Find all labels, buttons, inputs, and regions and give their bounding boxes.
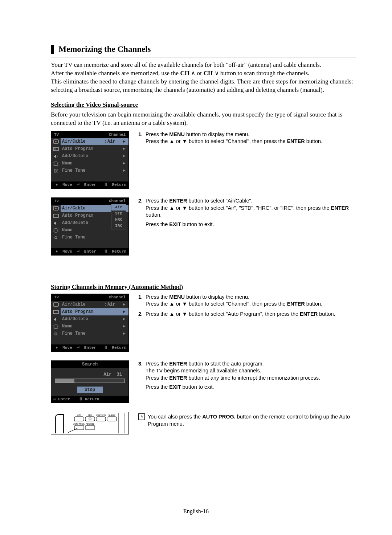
- remote-label-autoprog: AUTO PROG.: [73, 423, 85, 425]
- svg-rect-26: [85, 425, 95, 430]
- picture-icon: [53, 213, 59, 219]
- osd-search-progress: [55, 379, 125, 383]
- osd-aircable-popup: Air STD HRC IRC: [111, 204, 126, 229]
- svg-rect-14: [53, 214, 58, 217]
- section2-step3: 3. Press the ENTER button to start the a…: [138, 360, 356, 391]
- step-number: 3.: [138, 360, 146, 391]
- osd-item-finetune: Fine Tune▶: [61, 330, 128, 337]
- svg-rect-19: [74, 417, 84, 421]
- osd-channel-menu-3: TVChannel Air/Cable:Air▶ Auto Program▶ A…: [51, 294, 129, 352]
- osd-footer-3: ♦ Move⏎ EnterⅢ Return: [51, 344, 128, 351]
- osd-item-autoprogram: Auto Program▶: [61, 145, 128, 152]
- osd-item-name: Name▶: [61, 160, 128, 167]
- osd-search-footer: ⏎ EnterⅢ Return: [51, 396, 128, 403]
- popup-option-hrc: HRC: [111, 217, 126, 223]
- ch-down-icon: ∨: [215, 70, 219, 77]
- intro-line-2a: After the available channels are memoriz…: [51, 70, 180, 77]
- svg-point-15: [55, 237, 57, 239]
- osd-item-name: Name▶: [61, 323, 128, 330]
- svg-rect-21: [96, 417, 106, 421]
- input-icon: [53, 139, 59, 144]
- osd-search-panel: Search Air 31 Stop ⏎ EnterⅢ Return: [51, 360, 129, 403]
- channel-icon: [53, 324, 59, 329]
- osd-channel-menu-2: TVChannel Air/Cable: Auto Program Add/De…: [51, 197, 129, 256]
- osd-item-blank: [61, 174, 128, 181]
- channel-icon: [53, 161, 59, 166]
- intro-line-1: Your TV can memorize and store all of th…: [51, 61, 321, 68]
- osd-tv-label: TV: [54, 132, 59, 138]
- intro-line-4: selecting a broadcast source, memorizing…: [51, 86, 324, 93]
- svg-line-11: [57, 170, 58, 170]
- step-number: 2.: [138, 197, 146, 228]
- osd-channel-menu-1: TVChannel Air/Cable:Air▶ Auto Program▶ A…: [51, 131, 129, 189]
- up-arrow-icon: ▲: [169, 311, 174, 317]
- input-icon: [53, 302, 59, 307]
- setup-icon: [53, 168, 59, 173]
- osd-item-autoprogram: Auto Program▶: [61, 308, 128, 315]
- remote-control-illustration: MTS SRS CAPTION SLEEP AUTO PROG. ADD/DEL: [51, 412, 129, 434]
- osd-search-channel: 31: [117, 372, 122, 377]
- input-icon: [53, 206, 59, 211]
- popup-option-air: Air: [111, 204, 126, 211]
- remote-label-srs: SRS: [88, 414, 92, 416]
- intro-or: or: [195, 70, 204, 77]
- sound-icon: [53, 154, 59, 159]
- up-arrow-icon: ▲: [169, 301, 174, 307]
- ch-up-icon: ∧: [191, 70, 195, 77]
- svg-line-27: [68, 428, 77, 433]
- down-arrow-icon: ▼: [182, 301, 187, 307]
- intro-line-2b: button to scan through the channels.: [219, 70, 310, 77]
- intro-line-3: This eliminates the need to change chann…: [51, 78, 353, 85]
- remote-label-mts: MTS: [77, 414, 82, 416]
- osd-footer-1: ♦ Move⏎ EnterⅢ Return: [51, 181, 128, 188]
- section1-intro: Before your television can begin memoriz…: [51, 111, 356, 127]
- down-arrow-icon: ▼: [182, 311, 187, 317]
- osd-item-adddelete: Add/Delete▶: [61, 315, 128, 323]
- step-number: 1.: [138, 131, 146, 145]
- remote-label-caption: CAPTION: [96, 414, 106, 416]
- intro-ch-1: CH: [180, 70, 189, 77]
- intro-paragraph: Your TV can memorize and store all of th…: [51, 61, 356, 94]
- svg-point-24: [90, 418, 90, 419]
- heading-rule: [51, 57, 356, 57]
- step-number: 2.: [138, 311, 146, 318]
- remote-label-sleep: SLEEP: [108, 414, 115, 416]
- setup-icon: [53, 331, 59, 336]
- section1-step1: 1. Press the MENU button to display the …: [138, 131, 356, 145]
- svg-rect-17: [53, 310, 58, 314]
- note-icon: ✎: [138, 413, 145, 420]
- section-heading: Memorizing the Channels: [51, 44, 356, 55]
- subheading-signal-source: Selecting the Video Signal-source: [51, 101, 356, 109]
- intro-ch-2: CH: [204, 70, 213, 77]
- osd-item-finetune: Fine Tune▶: [61, 167, 128, 174]
- step-number: 1.: [138, 294, 146, 308]
- remote-label-adddel: ADD/DEL: [86, 423, 94, 425]
- svg-rect-22: [107, 417, 117, 421]
- heading-bar-icon: [51, 45, 54, 54]
- osd-item-aircable: Air/Cable:Air▶: [61, 138, 128, 145]
- osd-search-title: Search: [51, 361, 128, 368]
- svg-line-10: [57, 172, 58, 172]
- up-arrow-icon: ▲: [169, 138, 174, 144]
- section2-step2: 2. Press the ▲ or ▼ button to select "Au…: [138, 311, 356, 318]
- page-title: Memorizing the Channels: [58, 44, 151, 55]
- subheading-storing: Storing Channels in Memory (Automatic Me…: [51, 283, 356, 291]
- sound-icon: [53, 221, 59, 226]
- note-auto-prog: ✎ You can also press the AUTO PROG. butt…: [138, 413, 356, 428]
- section2-step1: 1. Press the MENU button to display the …: [138, 294, 356, 308]
- popup-option-std: STD: [111, 211, 126, 217]
- picture-icon: [53, 310, 59, 315]
- setup-icon: [53, 235, 59, 240]
- osd-channel-label: Channel: [109, 132, 126, 138]
- svg-rect-16: [53, 303, 58, 306]
- osd-footer-2: ♦ Move⏎ EnterⅢ Return: [51, 248, 128, 255]
- osd-stop-button: Stop: [77, 387, 103, 393]
- up-arrow-icon: ▲: [169, 205, 174, 211]
- channel-icon: [53, 228, 59, 233]
- down-arrow-icon: ▼: [182, 205, 187, 211]
- svg-point-4: [55, 170, 57, 172]
- picture-icon: [53, 147, 59, 152]
- osd-item-aircable: Air/Cable:Air▶: [61, 301, 128, 308]
- svg-point-18: [55, 333, 57, 335]
- popup-option-irc: IRC: [111, 223, 126, 229]
